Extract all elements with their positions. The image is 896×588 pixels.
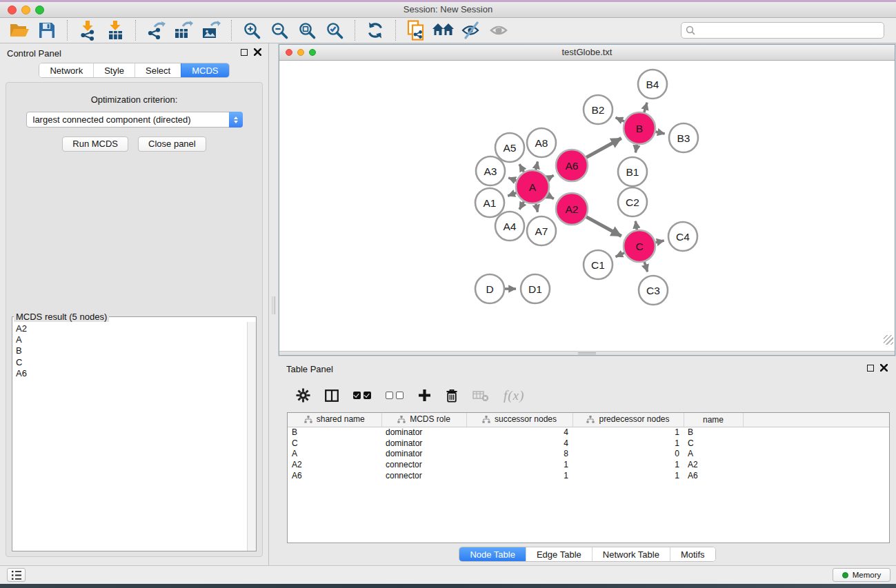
column-name[interactable]: name	[684, 413, 743, 427]
graph-edge-C-C3[interactable]	[644, 262, 647, 272]
search-field[interactable]	[681, 22, 884, 39]
tab-node-table[interactable]: Node Table	[459, 547, 526, 561]
table-row[interactable]: A2connector11A2	[288, 459, 889, 470]
graph-node-A7[interactable]: A7	[527, 216, 556, 245]
graph-edge-A-A2[interactable]	[548, 195, 554, 199]
zoom-out-icon[interactable]	[266, 19, 293, 41]
new-network-from-selection-icon[interactable]	[402, 19, 430, 41]
first-neighbors-icon[interactable]	[430, 19, 457, 41]
table-cell[interactable]: C	[684, 438, 743, 449]
table-cell[interactable]: 4	[466, 438, 573, 449]
graph-node-C[interactable]: C	[624, 230, 655, 262]
table-cell[interactable]: A2	[288, 459, 381, 470]
table-cell[interactable]: 1	[573, 470, 684, 481]
mcds-result-item[interactable]: A	[16, 334, 243, 345]
table-cell[interactable]: 0	[573, 449, 684, 460]
table-cell[interactable]: A	[684, 449, 743, 460]
import-network-icon[interactable]	[74, 19, 101, 41]
table-cell[interactable]: 1	[466, 470, 573, 481]
zoom-selected-icon[interactable]	[321, 19, 348, 41]
delete-table-icon[interactable]	[472, 389, 489, 402]
graph-edge-A-A1[interactable]	[508, 193, 516, 196]
export-table-icon[interactable]	[170, 19, 197, 41]
graph-edge-A-A3[interactable]	[508, 178, 516, 181]
panel-splitter-handle[interactable]	[272, 296, 275, 314]
graph-node-C2[interactable]: C2	[618, 187, 647, 216]
table-cell[interactable]: connector	[381, 470, 466, 481]
graph-node-A6[interactable]: A6	[556, 150, 588, 181]
function-builder-icon[interactable]: f(x)	[504, 388, 524, 403]
graph-node-C3[interactable]: C3	[639, 276, 668, 305]
column-shared-name[interactable]: shared name	[288, 413, 381, 427]
graph-node-A5[interactable]: A5	[495, 133, 524, 162]
delete-row-icon[interactable]	[446, 389, 458, 403]
mcds-result-list[interactable]: A2ABCA6	[12, 322, 247, 551]
graph-edge-B-B2[interactable]	[616, 117, 625, 121]
settings-gear-icon[interactable]	[296, 388, 310, 403]
show-columns-icon[interactable]	[325, 389, 339, 402]
graph-edge-A2-C[interactable]	[586, 217, 621, 236]
table-cell[interactable]: dominator	[381, 449, 466, 460]
mcds-result-item[interactable]: A6	[16, 368, 243, 379]
network-canvas[interactable]: B4B2BB3A5A8A6A3AB1A1A2C2A4A7C4CC1DD1C3	[279, 61, 895, 350]
graph-node-A1[interactable]: A1	[475, 188, 504, 217]
graph-node-D[interactable]: D	[475, 274, 504, 303]
graph-node-B2[interactable]: B2	[584, 95, 613, 124]
graph-edge-B-B4[interactable]	[644, 103, 647, 112]
close-panel-button[interactable]: Close panel	[138, 136, 206, 152]
network-close-button[interactable]	[286, 49, 292, 56]
graph-node-D1[interactable]: D1	[521, 274, 550, 303]
network-window-titlebar[interactable]: testGlobe.txt	[279, 45, 895, 61]
graph-edge-C-C2[interactable]	[635, 221, 637, 230]
graph-edge-A-A7[interactable]	[536, 203, 537, 212]
refresh-view-icon[interactable]	[361, 19, 389, 41]
tab-motifs[interactable]: Motifs	[670, 547, 715, 561]
graph-node-B3[interactable]: B3	[669, 123, 698, 152]
table-row[interactable]: A6connector11A6	[288, 470, 889, 481]
show-hidden-icon[interactable]	[485, 19, 512, 41]
export-image-icon[interactable]	[197, 19, 225, 41]
tab-mcds[interactable]: MCDS	[181, 63, 228, 77]
graph-node-B[interactable]: B	[624, 112, 655, 144]
minimize-window-button[interactable]	[21, 6, 30, 14]
table-cell[interactable]: dominator	[381, 438, 466, 449]
graph-edge-B-B3[interactable]	[655, 132, 664, 134]
close-table-panel-icon[interactable]	[880, 364, 888, 372]
graph-node-C1[interactable]: C1	[584, 250, 613, 279]
tab-edge-table[interactable]: Edge Table	[526, 547, 592, 561]
table-cell[interactable]: 4	[466, 427, 573, 438]
float-panel-icon[interactable]	[241, 49, 248, 56]
graph-node-C4[interactable]: C4	[668, 222, 697, 251]
optimization-criterion-dropdown[interactable]: largest connected component (directed)	[26, 112, 243, 128]
float-table-panel-icon[interactable]	[867, 365, 874, 372]
close-window-button[interactable]	[8, 6, 17, 14]
graph-edge-A6-B[interactable]	[586, 138, 621, 157]
table-cell[interactable]: connector	[381, 459, 466, 470]
graph-edge-A-A4[interactable]	[519, 202, 524, 210]
table-cell[interactable]: B	[684, 427, 743, 438]
zoom-fit-icon[interactable]	[293, 19, 321, 41]
column-successor-nodes[interactable]: successor nodes	[466, 413, 573, 427]
network-bottom-handle[interactable]	[578, 352, 596, 354]
graph-edge-C-C4[interactable]	[655, 241, 664, 243]
graph-node-B1[interactable]: B1	[618, 157, 647, 186]
deselect-all-columns-icon[interactable]	[386, 392, 404, 399]
table-cell[interactable]: A	[288, 449, 381, 460]
tab-select[interactable]: Select	[135, 63, 181, 77]
table-cell[interactable]: B	[288, 427, 381, 438]
tab-style[interactable]: Style	[93, 63, 135, 77]
task-history-button[interactable]	[7, 568, 26, 582]
memory-button[interactable]: Memory	[833, 568, 890, 582]
mcds-result-item[interactable]: C	[16, 357, 243, 368]
network-zoom-button[interactable]	[309, 49, 316, 56]
search-input[interactable]	[698, 26, 879, 35]
column-predecessor-nodes[interactable]: predecessor nodes	[573, 413, 684, 427]
table-cell[interactable]: 1	[573, 427, 684, 438]
save-session-icon[interactable]	[33, 19, 61, 41]
graph-node-B4[interactable]: B4	[638, 70, 667, 99]
table-row[interactable]: Bdominator41B	[288, 427, 889, 438]
graph-edge-C-C1[interactable]	[616, 253, 625, 257]
mcds-result-item[interactable]: A2	[16, 323, 243, 334]
tab-network-table[interactable]: Network Table	[592, 547, 670, 561]
close-panel-icon[interactable]	[254, 48, 261, 56]
